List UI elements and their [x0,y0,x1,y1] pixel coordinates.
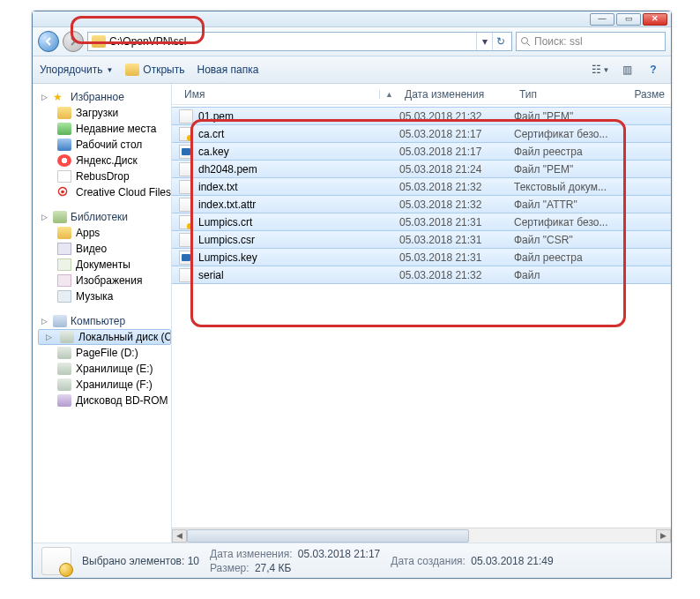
file-row[interactable]: index.txt05.03.2018 21:32Текстовый докум… [172,177,671,196]
sidebar-item-label: Дисковод BD-ROM (I [76,394,171,407]
open-icon [125,64,139,76]
column-date[interactable]: Дата изменения [399,88,514,101]
folder-icon [92,35,106,48]
file-date: 05.03.2018 21:31 [399,251,514,264]
pics-icon [57,274,71,287]
sidebar-item[interactable]: Хранилище (E:) [38,361,171,377]
music-icon [57,290,71,303]
selection-icon [41,547,71,575]
sidebar-item-label: Хранилище (E:) [76,363,153,375]
file-row[interactable]: ca.key05.03.2018 21:17Файл реестра [172,142,671,161]
caret-icon: ▷ [46,333,52,341]
sidebar-item[interactable]: PageFile (D:) [38,345,171,361]
sidebar-item[interactable]: Apps [38,225,171,241]
status-date-value: 05.03.2018 21:17 [298,548,380,560]
sidebar-item[interactable]: Хранилище (F:) [38,377,171,393]
caret-icon: ▷ [41,317,49,326]
horizontal-scrollbar[interactable]: ◀ ▶ [172,528,671,543]
file-row[interactable]: 01.pem05.03.2018 21:32Файл "PEM" [172,107,671,125]
apps-icon [57,227,71,239]
file-row[interactable]: Lumpics.crt05.03.2018 21:31Сертификат бе… [172,213,671,231]
docs-icon [57,258,71,271]
computer-header[interactable]: ▷ Компьютер [38,313,171,329]
star-icon: ★ [53,91,67,103]
file-row[interactable]: Lumpics.csr05.03.2018 21:31Файл "CSR" [172,230,671,249]
file-row[interactable]: serial05.03.2018 21:32Файл [172,266,671,284]
preview-pane-button[interactable]: ▥ [616,61,637,79]
refresh-button[interactable]: ↻ [492,33,508,50]
file-type: Файл "ATTR" [514,198,618,211]
address-dropdown[interactable]: ▾ [476,33,492,50]
column-name[interactable]: Имя ▲ [179,88,399,101]
scroll-right-button[interactable]: ▶ [656,529,671,543]
sidebar-item[interactable]: Рабочий стол [38,137,171,153]
file-type: Файл [514,269,618,281]
file-row[interactable]: Lumpics.key05.03.2018 21:31Файл реестра [172,248,671,266]
favorites-group: ▷ ★ Избранное ЗагрузкиНедавние местаРабо… [38,89,171,200]
address-bar[interactable]: ▾ ↻ [87,32,512,51]
drive-icon [57,363,71,375]
file-crt-icon [179,215,193,229]
sidebar-item[interactable]: Недавние места [38,121,171,137]
file-name: index.txt [198,181,399,193]
sidebar-item[interactable]: Загрузки [38,105,171,121]
sidebar-item[interactable]: Изображения [38,273,171,288]
search-icon [520,36,531,47]
sidebar-item-label: RebusDrop [76,170,130,183]
sidebar-item[interactable]: Дисковод BD-ROM (I [38,393,171,408]
status-size-value: 27,4 КБ [255,562,292,574]
file-row[interactable]: ca.crt05.03.2018 21:17Сертификат безо... [172,124,671,143]
folder-icon [57,107,71,119]
file-key-icon [179,251,193,265]
sidebar-item[interactable]: Видео [38,241,171,257]
organize-button[interactable]: Упорядочить ▼ [40,64,113,76]
file-row[interactable]: index.txt.attr05.03.2018 21:32Файл "ATTR… [172,195,671,213]
sidebar-item[interactable]: ⦿Creative Cloud Files [38,184,171,200]
file-type: Файл реестра [514,251,618,264]
column-size[interactable]: Разме [618,88,671,101]
sidebar-item[interactable]: RebusDrop [38,168,171,184]
file-name: index.txt.attr [198,198,399,211]
status-size-label: Размер: [210,562,249,574]
organize-label: Упорядочить [40,64,102,76]
sidebar-item-label: Видео [76,243,107,255]
minimize-button[interactable]: — [590,13,614,26]
file-date: 05.03.2018 21:17 [399,128,514,140]
file-type: Файл "CSR" [514,234,618,246]
search-placeholder: Поиск: ssl [534,35,583,48]
address-input[interactable] [109,35,476,48]
file-list[interactable]: 01.pem05.03.2018 21:32Файл "PEM"ca.crt05… [172,105,671,528]
sidebar-item-label: Документы [76,258,130,271]
sidebar-item[interactable]: Документы [38,257,171,273]
forward-button[interactable] [63,31,84,52]
scroll-left-button[interactable]: ◀ [172,529,187,543]
arrow-left-icon [44,37,53,46]
open-button[interactable]: Открыть [125,64,184,76]
file-row[interactable]: dh2048.pem05.03.2018 21:24Файл "PEM" [172,160,671,178]
new-folder-button[interactable]: Новая папка [197,64,258,76]
sidebar-item-label: Музыка [76,290,113,303]
sidebar-item[interactable]: ▷Локальный диск (C:) [38,329,171,345]
help-button[interactable]: ? [643,61,664,79]
scroll-thumb[interactable] [187,529,469,543]
sidebar-item[interactable]: Музыка [38,288,171,304]
main-area: ▷ ★ Избранное ЗагрузкиНедавние местаРабо… [33,84,671,543]
maximize-button[interactable]: ▭ [616,13,641,26]
view-options-button[interactable]: ☷▼ [590,61,611,79]
column-type[interactable]: Тип [514,88,618,101]
back-button[interactable] [38,31,59,52]
status-bar: Выбрано элементов: 10 Дата изменения: 05… [33,543,671,578]
favorites-header[interactable]: ▷ ★ Избранное [38,89,171,105]
sidebar-item-label: Хранилище (F:) [76,378,153,391]
file-file-icon [179,198,193,212]
close-button[interactable]: ✕ [643,13,667,26]
chevron-down-icon: ▼ [603,66,610,74]
file-file-icon [179,180,193,194]
file-crt-icon [179,127,193,141]
file-date: 05.03.2018 21:31 [399,234,514,246]
navigation-pane: ▷ ★ Избранное ЗагрузкиНедавние местаРабо… [33,84,172,543]
search-box[interactable]: Поиск: ssl [516,32,666,51]
libraries-header[interactable]: ▷ Библиотеки [38,209,171,225]
caret-icon: ▷ [41,93,49,101]
sidebar-item[interactable]: Яндекс.Диск [38,153,171,168]
